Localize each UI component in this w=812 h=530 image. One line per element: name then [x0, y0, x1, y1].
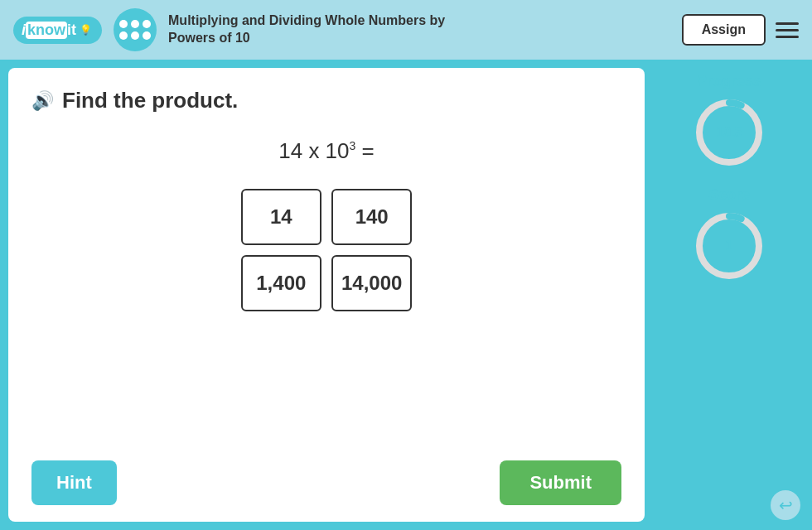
bottom-buttons: Hint Submit: [31, 460, 621, 505]
menu-line-3: [776, 36, 799, 38]
assign-button[interactable]: Assign: [682, 14, 766, 46]
hint-button[interactable]: Hint: [31, 460, 117, 505]
answer-box-d[interactable]: 14,000: [331, 255, 412, 311]
logo-know: know: [26, 22, 67, 39]
score-label: Score: [708, 186, 750, 204]
menu-line-2: [776, 29, 799, 31]
dots-grid: [119, 20, 151, 40]
answer-box-b[interactable]: 140: [331, 189, 412, 245]
equation-equals: =: [362, 138, 375, 163]
answer-box-c[interactable]: 1,400: [241, 255, 321, 311]
header-actions: Assign: [682, 14, 799, 46]
progress-circle: 1/15: [692, 95, 766, 170]
equation-base: 14 x 10: [278, 138, 349, 163]
submit-button[interactable]: Submit: [500, 460, 621, 505]
logo-it: it: [67, 22, 76, 39]
menu-line-1: [776, 22, 799, 25]
content-panel: 🔊 Find the product. 14 x 103 = 14 140 1,…: [8, 68, 645, 522]
answer-box-a[interactable]: 14: [241, 189, 321, 245]
sidebar: Progress 1/15 Score 1: [646, 60, 812, 530]
progress-section: Progress 1/15: [692, 73, 766, 170]
score-circle: 1: [692, 209, 766, 283]
question-instruction: Find the product.: [62, 88, 238, 113]
header: iknowit 💡 Multiplying and Dividing Whole…: [0, 0, 812, 60]
score-value: 1: [726, 238, 733, 253]
score-section: Score 1: [692, 186, 766, 283]
progress-value: 1/15: [716, 125, 742, 140]
menu-button[interactable]: [776, 22, 799, 38]
logo: iknowit 💡: [13, 17, 102, 44]
logo-bulb-icon: 💡: [80, 24, 92, 36]
main-area: 🔊 Find the product. 14 x 103 = 14 140 1,…: [0, 60, 812, 530]
speaker-icon[interactable]: 🔊: [31, 90, 54, 112]
activity-icon: [114, 8, 157, 51]
question-header: 🔊 Find the product.: [31, 88, 621, 113]
equation-display: 14 x 103 =: [31, 138, 621, 164]
answer-grid: 14 140 1,400 14,000: [241, 189, 413, 311]
equation-exponent: 3: [350, 139, 356, 152]
lesson-title: Multiplying and Dividing Whole Numbers b…: [168, 12, 670, 47]
progress-label: Progress: [697, 73, 761, 90]
back-button[interactable]: ↩: [771, 490, 800, 520]
